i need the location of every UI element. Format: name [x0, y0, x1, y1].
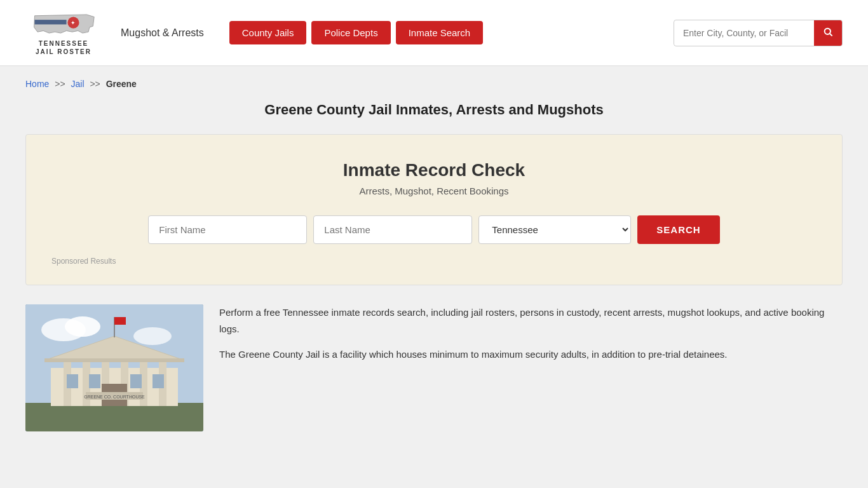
nav-buttons-group: County Jails Police Depts Inmate Search: [229, 21, 654, 44]
site-header: ✦ TENNESSEE JAIL ROSTER Mugshot & Arrest…: [0, 0, 868, 66]
breadcrumb-jail-link[interactable]: Jail: [71, 79, 85, 89]
svg-text:GREENE CO. COURTHOUSE: GREENE CO. COURTHOUSE: [84, 395, 145, 399]
inmate-search-button[interactable]: Inmate Search: [396, 21, 484, 44]
logo-text: TENNESSEE JAIL ROSTER: [36, 39, 92, 56]
inmate-search-submit-button[interactable]: SEARCH: [637, 215, 719, 244]
svg-point-3: [825, 28, 831, 34]
svg-rect-18: [44, 358, 184, 362]
record-check-title: Inmate Record Check: [45, 160, 823, 180]
svg-text:✦: ✦: [71, 20, 76, 26]
search-icon: [823, 27, 833, 37]
svg-rect-9: [25, 403, 203, 431]
courthouse-image: GREENE CO. COURTHOUSE: [25, 304, 203, 431]
content-paragraph-2: The Greene County Jail is a facility whi…: [219, 346, 843, 363]
svg-point-8: [133, 327, 172, 345]
svg-rect-27: [114, 317, 126, 325]
header-search-button[interactable]: [814, 20, 842, 46]
svg-rect-20: [67, 374, 78, 388]
breadcrumb: Home >> Jail >> Greene: [25, 79, 843, 89]
svg-rect-2: [35, 20, 67, 24]
breadcrumb-current: Greene: [106, 79, 137, 89]
last-name-input[interactable]: [313, 215, 472, 244]
main-content: Home >> Jail >> Greene Greene County Jai…: [0, 66, 868, 457]
site-logo[interactable]: ✦ TENNESSEE JAIL ROSTER: [25, 10, 102, 56]
svg-point-7: [65, 316, 100, 337]
courthouse-visual: GREENE CO. COURTHOUSE: [25, 304, 203, 431]
svg-rect-22: [130, 374, 142, 388]
header-search-input[interactable]: [674, 22, 814, 44]
breadcrumb-home-link[interactable]: Home: [25, 79, 49, 89]
record-check-box: Inmate Record Check Arrests, Mugshot, Re…: [25, 134, 843, 285]
svg-rect-21: [89, 374, 100, 388]
svg-line-4: [830, 34, 832, 36]
state-select[interactable]: Tennessee Alabama Alaska Arizona Arkansa…: [478, 215, 631, 244]
mugshot-arrests-link[interactable]: Mugshot & Arrests: [121, 27, 204, 39]
breadcrumb-sep2: >>: [90, 79, 100, 89]
tennessee-state-icon: ✦: [32, 10, 95, 38]
header-search-area: [674, 20, 843, 46]
inmate-search-form: Tennessee Alabama Alaska Arizona Arkansa…: [45, 215, 823, 244]
county-jails-button[interactable]: County Jails: [229, 21, 307, 44]
record-check-subtitle: Arrests, Mugshot, Recent Bookings: [45, 186, 823, 196]
content-paragraph-1: Perform a free Tennessee inmate records …: [219, 304, 843, 337]
breadcrumb-sep1: >>: [55, 79, 65, 89]
police-depts-button[interactable]: Police Depts: [311, 21, 390, 44]
content-text: Perform a free Tennessee inmate records …: [219, 304, 843, 372]
content-section: GREENE CO. COURTHOUSE Perform a free Ten…: [25, 304, 843, 431]
sponsored-label: Sponsored Results: [45, 257, 823, 266]
svg-rect-23: [153, 374, 164, 388]
first-name-input[interactable]: [148, 215, 307, 244]
page-title: Greene County Jail Inmates, Arrests and …: [25, 102, 843, 118]
